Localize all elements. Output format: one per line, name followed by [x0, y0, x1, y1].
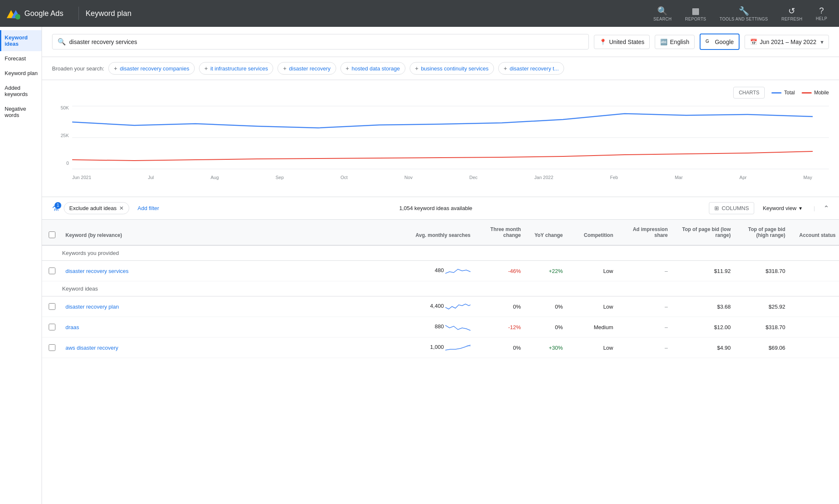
table-row: aws disaster recovery 1,000 0% +30% Low …: [42, 338, 839, 358]
yoy-cell-2: 0%: [524, 319, 566, 335]
sidebar-item-added-keywords[interactable]: Added keywords: [0, 81, 42, 101]
sidebar-item-negative-words[interactable]: Negative words: [0, 101, 42, 122]
section-provided-label: Keywords you provided: [42, 246, 839, 261]
legend-total-dot: [771, 92, 781, 94]
keyword-cell-2[interactable]: draas: [62, 319, 407, 335]
sidebar-item-keyword-ideas[interactable]: Keyword ideas: [0, 30, 42, 51]
broaden-chip-0[interactable]: + disaster recovery companies: [108, 62, 195, 75]
broaden-chip-4-label: business continuity services: [421, 65, 489, 72]
table-container: Keyword (by relevance) Avg. monthly sear…: [42, 220, 839, 358]
charts-button[interactable]: CHARTS: [733, 87, 765, 99]
header-checkbox[interactable]: [49, 231, 55, 238]
th-checkbox[interactable]: [42, 228, 62, 242]
tools-nav-btn[interactable]: 🔧 TOOLS AND SETTINGS: [715, 3, 773, 25]
ad-impression-cell-1: –: [617, 299, 671, 315]
broaden-chip-1[interactable]: + it infrastructure services: [199, 62, 273, 75]
keywords-count: 1,054 keyword ideas available: [167, 205, 704, 211]
columns-button[interactable]: ⊞ COLUMNS: [709, 202, 754, 214]
date-chevron-icon: ▾: [821, 39, 823, 45]
search-box[interactable]: 🔍: [52, 34, 589, 49]
account-status-cell-3: [789, 343, 839, 353]
broaden-bar: Broaden your search: + disaster recovery…: [42, 57, 839, 80]
bid-low-cell-0: $11.92: [671, 263, 734, 279]
search-nav-label: SEARCH: [653, 17, 672, 21]
th-bid-low: Top of page bid (low range): [671, 223, 734, 242]
location-chip[interactable]: 📍 United States: [594, 35, 650, 49]
keyword-cell-1[interactable]: disaster recovery plan: [62, 299, 407, 315]
th-avg-monthly: Avg. monthly searches: [407, 229, 474, 242]
broaden-chip-3[interactable]: + hosted data storage: [340, 62, 405, 75]
competition-cell-3: Low: [566, 340, 617, 356]
sidebar-item-forecast[interactable]: Forecast: [0, 51, 42, 66]
nav-divider: [78, 7, 79, 20]
collapse-button[interactable]: ⌃: [823, 204, 829, 212]
reports-nav-label: REPORTS: [685, 17, 706, 21]
keyword-cell-3[interactable]: aws disaster recovery: [62, 340, 407, 356]
broaden-chip-4[interactable]: + business continuity services: [410, 62, 494, 75]
legend-mobile-dot: [802, 92, 812, 94]
sidebar-item-forecast-label: Forecast: [5, 55, 26, 62]
x-label-feb: Feb: [610, 175, 618, 180]
help-nav-label: HELP: [816, 16, 827, 21]
row-checkbox-0[interactable]: [42, 262, 62, 279]
avg-monthly-cell-3: 1,000: [407, 338, 474, 358]
sidebar: Keyword ideas Forecast Keyword plan Adde…: [0, 27, 42, 504]
sidebar-item-keyword-plan[interactable]: Keyword plan: [0, 66, 42, 81]
three-month-cell-0: -46%: [474, 263, 524, 279]
search-icon: 🔍: [58, 38, 66, 46]
search-input[interactable]: [69, 39, 583, 45]
columns-label: COLUMNS: [721, 205, 749, 211]
row-checkbox-3[interactable]: [42, 339, 62, 356]
filter-icon[interactable]: ⚗ 1: [52, 204, 59, 213]
reports-nav-btn[interactable]: ▦ REPORTS: [680, 3, 711, 25]
keyword-view-button[interactable]: Keyword view ▾: [759, 203, 805, 214]
sidebar-item-keyword-plan-label: Keyword plan: [5, 70, 38, 76]
search-nav-icon: 🔍: [657, 6, 668, 16]
language-chip[interactable]: 🔤 English: [655, 35, 695, 49]
calendar-icon: 📅: [750, 39, 757, 45]
search-nav-btn[interactable]: 🔍 SEARCH: [648, 3, 677, 25]
location-icon: 📍: [599, 39, 606, 45]
app-name: Google Ads: [24, 9, 63, 18]
broaden-chip-2[interactable]: + disaster recovery: [277, 62, 336, 75]
checkbox-2[interactable]: [49, 324, 55, 330]
row-checkbox-2[interactable]: [42, 319, 62, 335]
broaden-chip-3-label: hosted data storage: [352, 65, 400, 72]
add-filter-button[interactable]: Add filter: [134, 203, 162, 214]
close-exclude-adult-icon[interactable]: ✕: [119, 205, 124, 211]
x-label-dec: Dec: [469, 175, 478, 180]
avg-monthly-cell-2: 880: [407, 317, 474, 337]
table-header: Keyword (by relevance) Avg. monthly sear…: [42, 220, 839, 246]
bid-high-cell-2: $318.70: [734, 319, 789, 335]
broaden-chip-5-label: disaster recovery t...: [510, 65, 559, 72]
ad-impression-cell-3: –: [617, 340, 671, 356]
x-label-nov: Nov: [405, 175, 413, 180]
three-month-cell-3: 0%: [474, 340, 524, 356]
plus-icon-0: +: [114, 65, 117, 72]
top-nav: Google Ads Keyword plan 🔍 SEARCH ▦ REPOR…: [0, 0, 839, 27]
help-nav-btn[interactable]: ? HELP: [811, 3, 832, 24]
date-range-label: Jun 2021 – May 2022: [760, 39, 816, 45]
keyword-cell-0[interactable]: disaster recovery services: [62, 263, 407, 279]
broaden-chip-5[interactable]: + disaster recovery t...: [498, 62, 564, 75]
section-ideas-label: Keyword ideas: [42, 281, 839, 296]
competition-cell-1: Low: [566, 299, 617, 315]
date-chip[interactable]: 📅 Jun 2021 – May 2022 ▾: [745, 35, 829, 49]
plus-icon-4: +: [415, 65, 418, 72]
google-chip[interactable]: G Google: [700, 34, 740, 50]
checkbox-1[interactable]: [49, 303, 55, 310]
refresh-nav-btn[interactable]: ↺ REFRESH: [776, 3, 808, 25]
mini-chart-3: [445, 343, 470, 353]
th-ad-impression: Ad impression share: [617, 223, 671, 242]
avg-monthly-cell-1: 4,400: [407, 296, 474, 317]
checkbox-3[interactable]: [49, 344, 55, 351]
plus-icon-3: +: [346, 65, 349, 72]
row-checkbox-1[interactable]: [42, 298, 62, 315]
chart-area: CHARTS Total Mobile 50K 25K: [42, 80, 839, 197]
google-ads-logo-icon: [7, 7, 20, 20]
th-bid-high: Top of page bid (high range): [734, 223, 789, 242]
th-keyword: Keyword (by relevance): [62, 229, 407, 242]
yoy-cell-1: 0%: [524, 299, 566, 315]
checkbox-0[interactable]: [49, 268, 55, 274]
legend-mobile: Mobile: [802, 90, 829, 96]
